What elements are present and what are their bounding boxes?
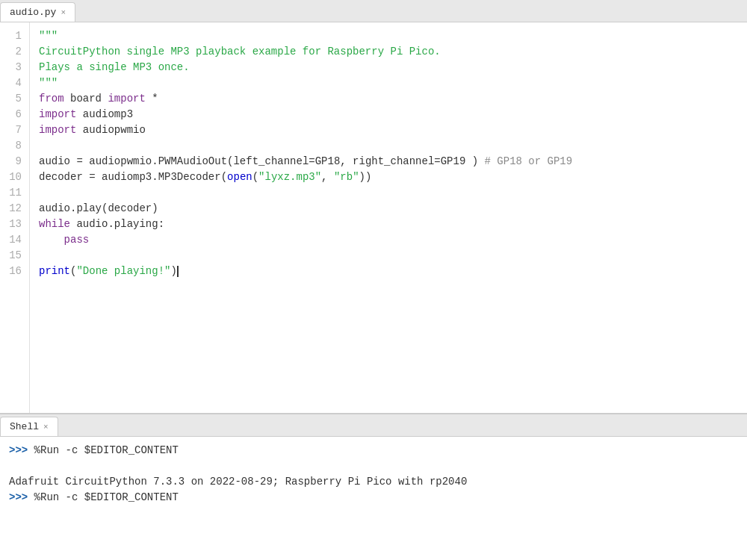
token: "Done playing!": [76, 265, 170, 277]
token: [39, 234, 64, 246]
token: "lyxz.mp3": [258, 171, 321, 183]
token: ,: [321, 171, 334, 183]
code-line-9: audio = audiopwmio.PWMAudioOut(left_chan…: [39, 154, 738, 169]
line-number-1: 1: [0, 28, 29, 44]
line-number-6: 6: [0, 107, 29, 122]
token: decoder: [39, 171, 83, 183]
token: =: [70, 155, 89, 167]
token: .PWMAudioOut(left_channel=GP18, right_ch…: [152, 155, 478, 167]
token: audiopwmio: [89, 155, 152, 167]
token: ): [170, 265, 176, 277]
token: audiomp3: [102, 171, 152, 183]
editor-tab-label: audio.py: [10, 7, 56, 18]
token: """: [39, 30, 58, 42]
line-number-12: 12: [0, 201, 29, 217]
line-number-16: 16: [0, 264, 29, 279]
token: (: [252, 171, 258, 183]
editor-area: 12345678910111213141516 """CircuitPython…: [0, 22, 747, 414]
line-numbers: 12345678910111213141516: [0, 22, 30, 413]
shell-content[interactable]: >>> %Run -c $EDITOR_CONTENT Adafruit Cir…: [0, 437, 747, 560]
code-line-1: """: [39, 28, 738, 44]
line-number-7: 7: [0, 122, 29, 138]
line-number-8: 8: [0, 138, 29, 154]
shell-command: %Run -c $EDITOR_CONTENT: [34, 491, 179, 503]
line-number-11: 11: [0, 185, 29, 201]
code-line-11: [39, 185, 738, 201]
code-line-16: print("Done playing!"): [39, 264, 738, 279]
token: audio: [39, 202, 70, 214]
shell-tab-bar: Shell ×: [0, 414, 747, 437]
token: # GP18 or GP19: [478, 155, 572, 167]
token: .MP3Decoder(: [152, 171, 227, 183]
line-number-13: 13: [0, 217, 29, 232]
token: open: [227, 171, 252, 183]
line-number-9: 9: [0, 154, 29, 169]
line-number-10: 10: [0, 169, 29, 185]
code-line-8: [39, 138, 738, 154]
token: audio.playing:: [70, 218, 164, 230]
code-line-3: Plays a single MP3 once.: [39, 60, 738, 75]
line-number-15: 15: [0, 248, 29, 264]
line-number-2: 2: [0, 44, 29, 60]
shell-prompt: >>>: [9, 444, 34, 456]
token: import: [108, 93, 145, 105]
token: .play(decoder): [70, 202, 158, 214]
token: audio: [39, 155, 70, 167]
line-number-14: 14: [0, 232, 29, 248]
token: )): [359, 171, 372, 183]
shell-command: %Run -c $EDITOR_CONTENT: [34, 444, 179, 456]
shell-tab[interactable]: Shell ×: [0, 417, 58, 436]
token: import: [39, 124, 76, 136]
token: pass: [64, 234, 90, 246]
shell-prompt: >>>: [9, 491, 34, 503]
token: audiopwmio: [76, 124, 145, 136]
shell-tab-label: Shell: [10, 421, 39, 432]
shell-tab-close-icon[interactable]: ×: [43, 423, 49, 432]
token: print: [39, 265, 70, 277]
token: Plays a single MP3 once.: [39, 61, 190, 73]
shell-line-2: Adafruit CircuitPython 7.3.3 on 2022-08-…: [9, 474, 738, 490]
code-line-12: audio.play(decoder): [39, 201, 738, 217]
shell-line-1: [9, 458, 738, 474]
editor-tab-bar: audio.py ×: [0, 0, 747, 22]
editor-tab-audio[interactable]: audio.py ×: [0, 2, 75, 22]
code-line-6: import audiomp3: [39, 107, 738, 122]
token: from: [39, 93, 64, 105]
shell-line-0: >>> %Run -c $EDITOR_CONTENT: [9, 443, 738, 458]
code-line-4: """: [39, 75, 738, 91]
token: CircuitPython single MP3 playback exampl…: [39, 46, 441, 57]
token: while: [39, 218, 70, 230]
code-line-13: while audio.playing:: [39, 217, 738, 232]
token: audiomp3: [76, 108, 133, 120]
token: *: [146, 93, 158, 105]
code-line-10: decoder = audiomp3.MP3Decoder(open("lyxz…: [39, 169, 738, 185]
token: board: [64, 93, 108, 105]
token: =: [83, 171, 102, 183]
code-content[interactable]: """CircuitPython single MP3 playback exa…: [30, 22, 747, 413]
line-number-3: 3: [0, 60, 29, 75]
text-cursor: [177, 266, 179, 277]
shell-line-3: >>> %Run -c $EDITOR_CONTENT: [9, 490, 738, 505]
token: """: [39, 77, 58, 89]
code-line-2: CircuitPython single MP3 playback exampl…: [39, 44, 738, 60]
code-line-5: from board import *: [39, 91, 738, 107]
shell-container: Shell × >>> %Run -c $EDITOR_CONTENT Adaf…: [0, 414, 747, 560]
token: "rb": [334, 171, 359, 183]
code-line-7: import audiopwmio: [39, 122, 738, 138]
code-line-14: pass: [39, 232, 738, 248]
code-line-15: [39, 248, 738, 264]
line-number-5: 5: [0, 91, 29, 107]
line-number-4: 4: [0, 75, 29, 91]
editor-tab-close-icon[interactable]: ×: [61, 8, 66, 17]
token: import: [39, 108, 76, 120]
